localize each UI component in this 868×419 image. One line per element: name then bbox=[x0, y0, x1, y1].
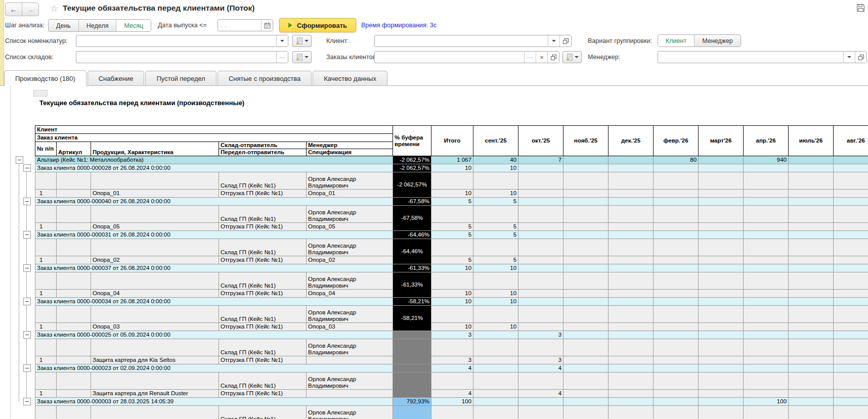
item14-value-5[interactable] bbox=[654, 390, 699, 398]
detail-value-0[interactable] bbox=[431, 172, 473, 190]
detail-value-6[interactable] bbox=[699, 306, 744, 323]
order1-value-9[interactable] bbox=[834, 164, 868, 172]
client0-value-0[interactable]: 1 067 bbox=[431, 156, 473, 164]
item8-value-5[interactable] bbox=[654, 290, 699, 298]
item4-value-4[interactable] bbox=[609, 223, 654, 231]
detail-value-5[interactable] bbox=[654, 373, 699, 390]
detail-value-1[interactable] bbox=[473, 272, 518, 290]
detail-value-2[interactable] bbox=[518, 306, 563, 323]
manager-cell[interactable]: Орлов Александр Владимирович bbox=[307, 239, 393, 256]
detail-value-3[interactable] bbox=[563, 206, 609, 223]
order5-value-5[interactable] bbox=[654, 231, 699, 239]
manager-cell[interactable]: Орлов Александр Владимирович bbox=[307, 172, 393, 190]
item2-value-7[interactable] bbox=[744, 190, 789, 198]
order-row[interactable]: Заказ клиента 0000-000023 от 02.09.2024 … bbox=[35, 364, 868, 373]
order15-value-3[interactable] bbox=[563, 398, 609, 406]
step-option-0[interactable]: День bbox=[49, 20, 79, 31]
tab-1[interactable]: Снабжение bbox=[88, 71, 145, 85]
article-cell[interactable] bbox=[57, 172, 91, 190]
detail-row-top[interactable]: Склад ГП (Кейс №1)Орлов Александр Владим… bbox=[35, 272, 868, 290]
detail-value-4[interactable] bbox=[609, 239, 654, 256]
order15-value-0[interactable]: 100 bbox=[431, 398, 473, 406]
num-cell[interactable]: 1 bbox=[35, 223, 57, 231]
collapse-group-icon[interactable] bbox=[23, 164, 31, 172]
collapse-group-icon[interactable] bbox=[16, 156, 23, 164]
article-cell[interactable] bbox=[57, 406, 91, 419]
order5-value-7[interactable] bbox=[744, 231, 789, 239]
detail-value-7[interactable] bbox=[744, 373, 789, 390]
buffer-pct-cell[interactable]: -64,46% bbox=[393, 231, 431, 239]
order-label[interactable]: Заказ клиента 0000-000034 от 26.08.2024 … bbox=[35, 298, 393, 306]
order-row[interactable]: Заказ клиента 0000-000034 от 26.08.2024 … bbox=[35, 298, 868, 306]
grouping-option-0[interactable]: Клиент bbox=[658, 35, 695, 46]
item6-value-7[interactable] bbox=[744, 256, 789, 264]
detail-value-9[interactable] bbox=[834, 339, 868, 356]
detail-value-0[interactable] bbox=[431, 239, 473, 256]
detail-value-1[interactable] bbox=[473, 172, 518, 190]
tab-3[interactable]: Снятые с производства bbox=[218, 71, 312, 85]
order1-value-1[interactable]: 10 bbox=[473, 164, 518, 172]
item12-value-0[interactable]: 3 bbox=[431, 356, 473, 364]
warehouse-cell[interactable]: Склад ГП (Кейс №1) bbox=[219, 239, 307, 256]
manager-input[interactable] bbox=[658, 52, 843, 63]
detail-value-1[interactable] bbox=[473, 306, 518, 323]
detail-value-7[interactable] bbox=[744, 306, 789, 323]
order-label[interactable]: Заказ клиента 0000-000025 от 05.09.2024 … bbox=[35, 331, 393, 339]
order5-value-3[interactable] bbox=[563, 231, 609, 239]
calendar-button[interactable] bbox=[261, 20, 273, 31]
order-label[interactable]: Заказ клиента 0000-000028 от 26.08.2024 … bbox=[35, 164, 393, 172]
collapse-group-icon[interactable] bbox=[23, 231, 31, 239]
order5-value-4[interactable] bbox=[609, 231, 654, 239]
num-cell[interactable] bbox=[35, 172, 57, 190]
client0-value-2[interactable]: 7 bbox=[518, 156, 563, 164]
detail-value-8[interactable] bbox=[789, 206, 834, 223]
order9-value-8[interactable] bbox=[789, 298, 834, 306]
item12-value-6[interactable] bbox=[699, 356, 744, 364]
buffer-pct-cell[interactable]: -67,58% bbox=[393, 198, 431, 206]
num-cell[interactable]: 1 bbox=[35, 356, 57, 364]
nomenclature-dropdown-button[interactable] bbox=[276, 35, 288, 46]
detail-value-9[interactable] bbox=[834, 239, 868, 256]
detail-value-0[interactable] bbox=[431, 306, 473, 323]
detail-row-top[interactable]: Склад ГП (Кейс №1)Орлов Александр Владим… bbox=[35, 373, 868, 390]
detail-value-3[interactable] bbox=[563, 373, 609, 390]
order3-value-3[interactable] bbox=[563, 198, 609, 206]
detail-value-2[interactable] bbox=[518, 406, 563, 419]
order15-value-1[interactable] bbox=[473, 398, 518, 406]
order15-value-5[interactable] bbox=[654, 398, 699, 406]
detail-value-9[interactable] bbox=[834, 373, 868, 390]
detail-row-top[interactable]: Склад ГП (Кейс №1)Орлов Александр Владим… bbox=[35, 306, 868, 323]
detail-value-4[interactable] bbox=[609, 373, 654, 390]
item2-value-0[interactable]: 10 bbox=[431, 190, 473, 198]
order11-value-8[interactable] bbox=[789, 331, 834, 339]
detail-value-5[interactable] bbox=[654, 239, 699, 256]
tab-0[interactable]: Производство (180) bbox=[4, 70, 86, 86]
item6-value-1[interactable]: 5 bbox=[473, 256, 518, 264]
product-cell[interactable] bbox=[91, 373, 219, 390]
order5-value-0[interactable]: 5 bbox=[431, 231, 473, 239]
num-cell[interactable] bbox=[35, 272, 57, 290]
order7-value-7[interactable] bbox=[744, 264, 789, 272]
detail-value-3[interactable] bbox=[563, 339, 609, 356]
manager-cell[interactable]: Орлов Александр Владимирович bbox=[307, 373, 393, 390]
item8-value-6[interactable] bbox=[699, 290, 744, 298]
order15-value-7[interactable]: 100 bbox=[744, 398, 789, 406]
item12-value-1[interactable] bbox=[473, 356, 518, 364]
num-cell[interactable] bbox=[35, 206, 57, 223]
collapse-group-icon[interactable] bbox=[23, 198, 31, 205]
client-open-button[interactable] bbox=[559, 35, 571, 46]
item2-value-8[interactable] bbox=[789, 190, 834, 198]
save-icon[interactable] bbox=[856, 4, 865, 12]
article-cell[interactable] bbox=[57, 256, 91, 264]
item10-value-7[interactable] bbox=[744, 323, 789, 331]
item6-value-8[interactable] bbox=[789, 256, 834, 264]
spec-cell[interactable] bbox=[307, 390, 393, 398]
order13-value-4[interactable] bbox=[609, 364, 654, 373]
product-cell[interactable]: Защита картера для Kia Seltos bbox=[91, 356, 219, 364]
item10-value-4[interactable] bbox=[609, 323, 654, 331]
order9-value-0[interactable]: 10 bbox=[431, 298, 473, 306]
item10-value-6[interactable] bbox=[699, 323, 744, 331]
detail-row-item[interactable]: 1Опора_01Отгрузка ГП (Кейс №1)Опора_0110… bbox=[35, 190, 868, 198]
detail-row-item[interactable]: 1Опора_02Отгрузка ГП (Кейс №1)Опора_0255 bbox=[35, 256, 868, 264]
order11-value-6[interactable] bbox=[699, 331, 744, 339]
